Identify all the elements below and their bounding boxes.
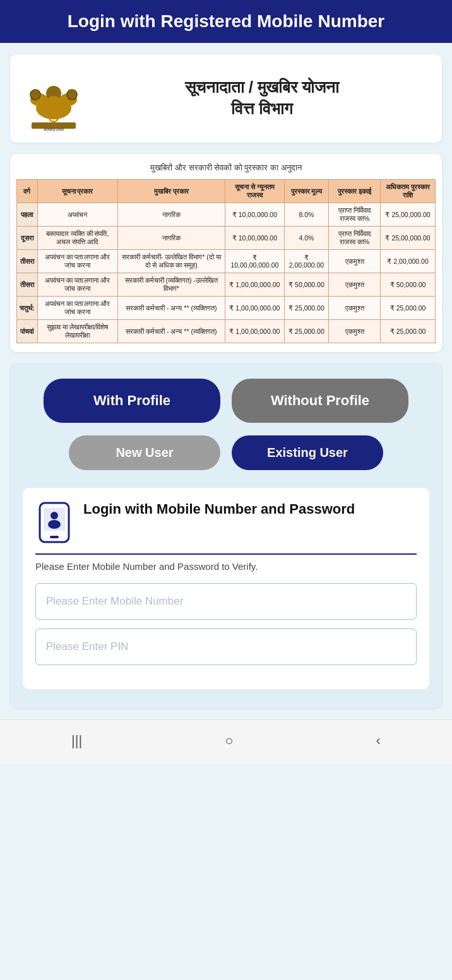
table-row: तीसरा अपवंचन का पता लगाना और जांच करना स… (17, 250, 436, 273)
col-suchna: सूचना प्रकार (37, 180, 117, 203)
new-user-button[interactable]: New User (69, 435, 220, 470)
emblem-card: सत्यमेव जयते सूचनादाता / मुखबिर योजनावित… (10, 54, 442, 143)
login-card: With Profile Without Profile New User Ex… (10, 363, 442, 708)
login-form-title-block: Login with Mobile Number and Password (83, 500, 355, 519)
col-revenue: सूचना से न्यूनतम राजस्व (225, 180, 285, 203)
login-form-section: Login with Mobile Number and Password Pl… (23, 488, 429, 689)
svg-point-7 (47, 96, 60, 106)
pin-input[interactable] (35, 629, 417, 665)
col-max-prize: अधिकतम पुरस्कार राशि (381, 180, 436, 203)
login-form-header: Login with Mobile Number and Password (35, 500, 417, 545)
table-row: चतुर्थ: अपवंचन का पता लगाना और जांच करना… (17, 297, 436, 320)
phone-icon (35, 500, 73, 545)
login-form-title: Login with Mobile Number and Password (83, 500, 355, 519)
profile-button-row: With Profile Without Profile (23, 379, 429, 423)
svg-point-18 (51, 512, 58, 519)
emblem-text: सूचनादाता / मुखबिर योजनावित्त विभाग (97, 77, 427, 120)
table-row: पहला अपवंचन नागरिक ₹ 10,00,000.00 8.0% प… (17, 203, 436, 227)
scheme-table-card: मुखबिरों और सरकारी सेवकों को पुरस्कार का… (10, 154, 442, 352)
header-title: Login with Registered Mobile Number (13, 11, 439, 32)
col-prize-unit: पुरस्कार इकाई (329, 180, 381, 203)
svg-rect-20 (50, 536, 59, 538)
menu-nav-icon[interactable]: ||| (59, 729, 95, 753)
existing-user-button[interactable]: Existing User (232, 435, 383, 470)
ashoka-emblem-icon: सत्यमेव जयते (25, 67, 82, 130)
table-row: पांचवां सुझाव या लेखापरीक्षा/विशेष लेखाप… (17, 320, 436, 343)
home-nav-icon[interactable]: ○ (212, 729, 246, 753)
scheme-table: वर्ग सूचना प्रकार मुखबिर प्रकार सूचना से… (16, 179, 436, 343)
scheme-title: सूचनादाता / मुखबिर योजनावित्त विभाग (97, 77, 427, 120)
app-header: Login with Registered Mobile Number (0, 0, 452, 43)
col-mukhbir: मुखबिर प्रकार (117, 180, 225, 203)
table-row: दूसरा बकायादार व्यक्ति की संपति, अचल संप… (17, 227, 436, 250)
with-profile-button[interactable]: With Profile (44, 379, 220, 423)
login-form-subtitle: Please Enter Mobile Number and Password … (35, 561, 417, 572)
mobile-number-input[interactable] (35, 583, 417, 620)
svg-point-19 (48, 520, 61, 529)
back-nav-icon[interactable]: ‹ (364, 729, 393, 753)
table-caption: मुखबिरों और सरकारी सेवकों को पुरस्कार का… (16, 163, 436, 173)
table-row: तीसरा अपवंचन का पता लगाना और जांच करना स… (17, 273, 436, 297)
without-profile-button[interactable]: Without Profile (232, 379, 408, 423)
col-varg: वर्ग (17, 180, 38, 203)
user-type-button-row: New User Existing User (23, 435, 429, 470)
nav-bar: ||| ○ ‹ (0, 719, 452, 764)
svg-text:सत्यमेव जयते: सत्यमेव जयते (43, 127, 65, 133)
form-divider (35, 553, 417, 555)
col-prize-val: पुरस्कार मूल्य (284, 180, 328, 203)
